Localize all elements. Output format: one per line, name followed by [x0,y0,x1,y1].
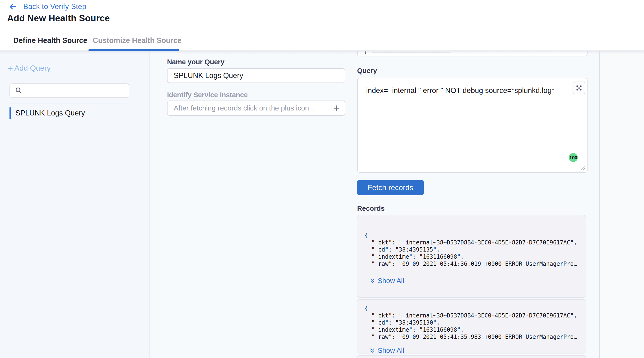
record-json-line: { [364,232,578,239]
expand-query-button[interactable] [572,81,585,94]
query-search-box[interactable] [10,83,129,98]
show-all-link[interactable]: Show All [369,277,578,285]
textarea-resize-handle[interactable] [580,165,586,171]
add-new-health-source-screen: Back to Verify Step Add New Health Sourc… [0,0,644,358]
page-title: Add New Health Source [7,13,110,23]
record-json-line: "_indextime": "1631166098", [364,253,578,260]
record-json-line: "_cd": "38:4395130", [364,319,578,326]
query-panel: Query index=_internal " error " NOT debu… [357,51,588,358]
record-json-line: "_indextime": "1631166098", [364,326,578,333]
record-card-2: { "_bkt": "_internal~38~D537D8B4-3EC0-4D… [357,299,586,354]
record-json-line: "_raw": "09-09-2021 05:41:35.983 +0000 E… [364,333,578,341]
back-to-verify-step-link[interactable]: Back to Verify Step [9,2,86,11]
query-textarea[interactable]: index=_internal " error " NOT debug sour… [357,78,588,173]
panel-right-divider [599,51,600,358]
record-card-3 [357,355,586,358]
clipped-text-remnant [365,51,366,54]
service-instance-input[interactable] [167,100,345,116]
tab-define-health-source[interactable]: Define Health Source [13,30,87,50]
expand-icon [576,84,582,91]
record-json-line: "_bkt": "_internal~38~D537D8B4-3EC0-4D5E… [364,312,578,319]
sidebar-item-splunk-logs-query[interactable]: SPLUNK Logs Query [10,107,85,119]
sidebar-divider [10,104,129,104]
service-instance-field [167,100,345,116]
active-tab-underline [88,49,179,51]
tab-customize-health-source[interactable]: Customize Health Source [93,30,182,50]
records-label: Records [357,205,385,212]
record-count-badge: 100 [569,153,578,162]
double-chevron-down-icon [369,278,376,284]
header: Back to Verify Step Add New Health Sourc… [0,0,644,30]
search-icon [14,86,22,95]
add-query-button[interactable]: + Add Query [7,64,50,72]
back-arrow-icon [9,3,17,10]
double-chevron-down-icon [369,348,376,354]
plus-icon [333,105,340,111]
record-json-line: "_cd": "38:4395135", [364,246,578,253]
record-json-line: "_bkt": "_internal~38~D537D8B4-3EC0-4D5E… [364,239,578,246]
record-card-1: { "_bkt": "_internal~38~D537D8B4-3EC0-4D… [357,215,586,298]
search-input[interactable] [26,84,125,97]
name-your-query-label: Name your Query [167,58,224,66]
plus-icon: + [7,65,13,72]
query-name-input[interactable] [167,68,345,83]
query-item-label: SPLUNK Logs Query [16,109,85,117]
add-service-instance-button[interactable] [332,103,341,113]
fetch-records-button[interactable]: Fetch records [357,180,424,195]
query-label: Query [357,67,377,75]
clipped-text-remnant [372,52,450,53]
show-all-label: Show All [378,347,404,355]
record-json-line: { [364,305,578,312]
show-all-label: Show All [378,277,404,285]
content-area: + Add Query SPLUNK Logs Query Name your … [0,51,644,358]
back-link-label: Back to Verify Step [23,2,86,11]
record-json-line: "_raw": "09-09-2021 05:41:36.019 +0000 E… [364,260,578,267]
identify-service-instance-label: Identify Service Instance [167,91,248,99]
page-background-strip [600,51,644,358]
selected-indicator-bar [10,107,11,119]
query-sidebar: + Add Query SPLUNK Logs Query [0,51,150,358]
clipped-input-above[interactable] [357,51,588,56]
query-value: index=_internal " error " NOT debug sour… [366,86,558,95]
add-query-label: Add Query [14,64,50,72]
show-all-link[interactable]: Show All [369,347,578,355]
tab-bar: Define Health Source Customize Health So… [0,30,644,51]
